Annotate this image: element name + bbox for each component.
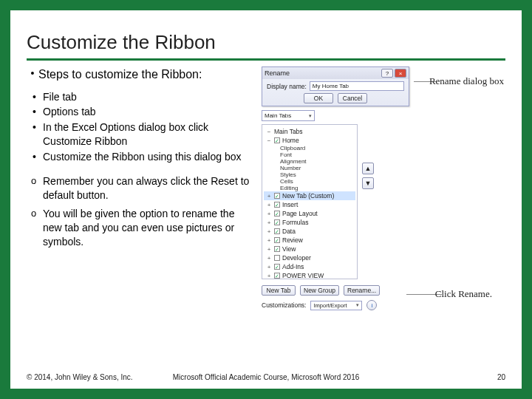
list-item[interactable]: +Review (264, 236, 355, 245)
list-item[interactable]: −Home (264, 136, 355, 145)
step-item: In the Excel Options dialog box click Cu… (33, 120, 256, 149)
rename-dialog: Rename ? × Display name: My Home Tab OK … (262, 66, 409, 106)
note-item: You will be given the option to rename t… (30, 207, 256, 249)
dialog-titlebar: Rename ? × (262, 67, 409, 79)
slide-title: Customize the Ribbon (27, 31, 505, 54)
list-item[interactable]: +Add-Ins (264, 262, 355, 271)
list-item[interactable]: Editing (264, 185, 355, 191)
bullet-marker: • (27, 66, 38, 90)
cancel-button[interactable]: Cancel (338, 93, 367, 103)
move-down-button[interactable]: ▼ (362, 177, 374, 189)
display-name-label: Display name: (267, 83, 307, 90)
text-column: • Steps to customize the Ribbon: File ta… (27, 66, 256, 253)
list-item[interactable]: +POWER VIEW (264, 271, 355, 279)
page-number: 20 (497, 373, 505, 381)
move-up-button[interactable]: ▲ (362, 163, 374, 174)
reorder-buttons: ▲ ▼ (362, 163, 374, 189)
help-button[interactable]: ? (381, 69, 393, 78)
dialog-title: Rename (265, 69, 290, 77)
course-title: Microsoft Official Academic Course, Micr… (173, 373, 360, 381)
main-tabs-dropdown[interactable]: Main Tabs (262, 110, 315, 121)
callout-click-rename: Click Rename. (435, 288, 492, 300)
list-item[interactable]: −Main Tabs (264, 127, 355, 136)
step-item: Customize the Ribbon using this dialog b… (33, 150, 256, 164)
list-item[interactable]: Number (264, 165, 355, 171)
list-item[interactable]: +Formulas (264, 218, 355, 227)
note-item: Remember you can always click the Reset … (30, 174, 256, 202)
title-rule (27, 58, 505, 61)
slide-footer: © 2014, John Wiley & Sons, Inc. Microsof… (27, 373, 505, 381)
list-item[interactable]: Clipboard (264, 145, 355, 151)
content-area: • Steps to customize the Ribbon: File ta… (27, 66, 505, 253)
dropdown-value: Main Tabs (265, 112, 291, 119)
list-item[interactable]: Font (264, 151, 355, 158)
list-item[interactable]: +View (264, 245, 355, 253)
new-tab-button[interactable]: New Tab (262, 285, 296, 296)
notes-list: Remember you can always click the Reset … (27, 174, 256, 248)
import-export-dropdown[interactable]: Import/Export (310, 301, 362, 310)
info-icon[interactable]: i (366, 300, 377, 310)
copyright-text: © 2014, John Wiley & Sons, Inc. (27, 373, 133, 381)
rename-button[interactable]: Rename... (344, 285, 380, 296)
ok-button[interactable]: OK (304, 93, 333, 103)
list-item[interactable]: +Data (264, 227, 355, 236)
step-item: Options tab (33, 105, 256, 119)
slide-frame: Customize the Ribbon • Steps to customiz… (0, 0, 532, 399)
list-item[interactable]: +Developer (264, 253, 355, 262)
list-item[interactable]: +Insert (264, 200, 355, 209)
intro-text: Steps to customize the Ribbon: (38, 66, 202, 83)
step-item: File tab (33, 90, 256, 104)
ribbon-listbox[interactable]: −Main Tabs−HomeClipboardFontAlignmentNum… (262, 124, 358, 279)
intro-row: • Steps to customize the Ribbon: (27, 66, 256, 90)
list-item[interactable]: +Page Layout (264, 209, 355, 218)
list-item[interactable]: Styles (264, 171, 355, 178)
display-name-field[interactable]: My Home Tab (310, 81, 404, 91)
customizations-row: Customizations: Import/Export i (262, 300, 377, 310)
close-button[interactable]: × (395, 69, 406, 78)
list-item[interactable]: +New Tab (Custom) (264, 191, 355, 200)
list-item[interactable]: Alignment (264, 158, 355, 165)
callout-rename-box: Rename dialog box (429, 75, 504, 87)
new-group-button[interactable]: New Group (300, 285, 339, 296)
tab-action-buttons: New Tab New Group Rename... (262, 285, 380, 296)
steps-list: File tab Options tab In the Excel Option… (27, 90, 256, 164)
customizations-label: Customizations: (262, 301, 306, 309)
figure-column: Rename dialog box Rename ? × Display nam… (262, 66, 505, 253)
list-item[interactable]: Cells (264, 178, 355, 185)
